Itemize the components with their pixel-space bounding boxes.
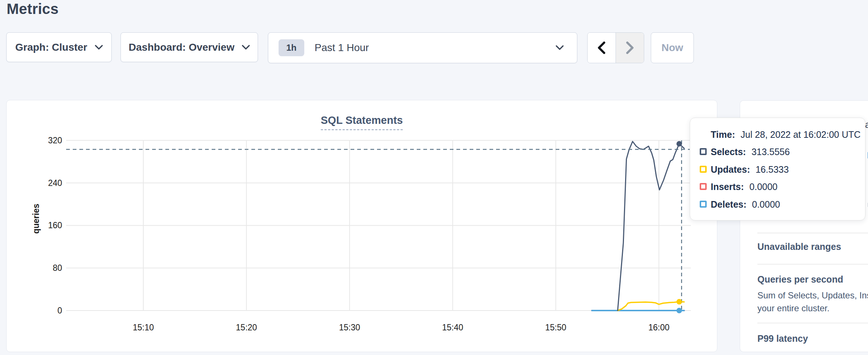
- occluded-text-fragment: a: [865, 119, 868, 130]
- series-line-updates: [618, 302, 684, 311]
- y-tick-label: 0: [57, 306, 62, 315]
- y-tick-label: 160: [48, 220, 62, 230]
- dashboard-dropdown-label: Dashboard: Overview: [129, 42, 234, 53]
- time-range-select[interactable]: 1h Past 1 Hour: [268, 32, 577, 63]
- metrics-page: Metrics Graph: Cluster Dashboard: Overvi…: [0, 0, 868, 355]
- sidebar-divider: [757, 264, 868, 265]
- sidebar-description-line: your entire cluster.: [757, 303, 829, 313]
- time-range-label: Past 1 Hour: [315, 42, 556, 54]
- tooltip-selects-row: Selects: 313.5556: [711, 145, 860, 158]
- x-tick-label: 15:20: [236, 323, 257, 332]
- hover-dot-updates: [677, 299, 682, 305]
- tooltip-inserts-value: 0.0000: [749, 182, 777, 192]
- sql-statements-chart-card: SQL Statements 15:1015:2015:3015:4015:50…: [6, 100, 717, 352]
- sidebar-description-line: Sum of Selects, Updates, Inser: [757, 290, 868, 301]
- previous-window-button[interactable]: [588, 33, 616, 63]
- page-title: Metrics: [7, 1, 58, 17]
- tooltip-time-label: Time:: [711, 129, 735, 140]
- hover-dot-selects: [677, 141, 682, 147]
- deletes-series-swatch: [700, 201, 707, 208]
- now-button[interactable]: Now: [651, 32, 694, 63]
- tooltip-updates-value: 16.5333: [756, 164, 789, 175]
- x-tick-label: 15:40: [442, 323, 463, 332]
- tooltip-deletes-value: 0.0000: [752, 199, 780, 210]
- x-tick-label: 15:10: [133, 323, 154, 332]
- series-line-selects: [618, 141, 684, 311]
- sidebar-divider: [757, 233, 868, 233]
- time-window-pager: [587, 32, 644, 63]
- updates-series-swatch: [700, 166, 707, 173]
- x-tick-label: 16:00: [648, 323, 670, 332]
- selects-series-swatch: [700, 148, 707, 155]
- y-tick-label: 320: [48, 136, 62, 145]
- sidebar-heading-p99-latency: P99 latency: [757, 333, 808, 344]
- graph-scope-dropdown[interactable]: Graph: Cluster: [6, 32, 112, 62]
- tooltip-deletes-row: Deletes: 0.0000: [711, 198, 860, 211]
- next-window-button[interactable]: [616, 33, 644, 63]
- graph-scope-dropdown-label: Graph: Cluster: [15, 42, 87, 53]
- tooltip-selects-value: 313.5556: [752, 147, 790, 157]
- chevron-down-icon: [95, 45, 103, 50]
- hover-dot-deletes: [677, 308, 682, 313]
- chevron-left-icon: [598, 42, 606, 54]
- chevron-down-icon: [242, 45, 250, 50]
- tooltip-updates-row: Updates: 16.5333: [711, 163, 860, 176]
- tooltip-time-value: Jul 28, 2022 at 16:02:00 UTC: [740, 129, 861, 140]
- dashboard-dropdown[interactable]: Dashboard: Overview: [121, 32, 258, 62]
- time-range-badge: 1h: [279, 39, 304, 56]
- tooltip-time-row: Time: Jul 28, 2022 at 16:02:00 UTC: [711, 128, 860, 141]
- y-tick-label: 80: [53, 263, 62, 273]
- y-tick-label: 240: [48, 178, 62, 188]
- chevron-down-icon: [556, 45, 564, 50]
- tooltip-deletes-label: Deletes:: [711, 199, 746, 210]
- sql-statements-chart[interactable]: 15:1015:2015:3015:4015:5016:000801602403…: [7, 100, 718, 352]
- chevron-right-icon: [626, 42, 634, 54]
- sidebar-divider: [757, 323, 868, 323]
- tooltip-inserts-row: Inserts: 0.0000: [711, 180, 860, 193]
- x-tick-label: 15:50: [545, 323, 567, 332]
- tooltip-inserts-label: Inserts:: [711, 182, 744, 192]
- y-axis-title: queries: [31, 204, 41, 234]
- tooltip-updates-label: Updates:: [711, 164, 750, 175]
- x-tick-label: 15:30: [339, 323, 360, 332]
- inserts-series-swatch: [700, 183, 707, 190]
- tooltip-selects-label: Selects:: [711, 147, 746, 157]
- sidebar-heading-queries-per-second: Queries per second: [757, 274, 843, 285]
- sidebar-heading-unavailable-ranges: Unavailable ranges: [757, 241, 841, 252]
- chart-hover-tooltip: Time: Jul 28, 2022 at 16:02:00 UTC Selec…: [690, 118, 865, 220]
